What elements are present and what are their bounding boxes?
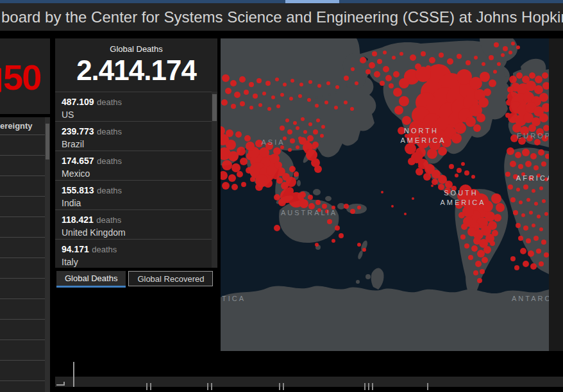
region-name: Mexico — [62, 168, 212, 179]
right-panel-edge — [549, 38, 563, 351]
cropped-digit-fragment — [0, 68, 1, 92]
svg-text:EUROP: EUROP — [517, 132, 549, 140]
global-deaths-total: 2.414.174 — [55, 54, 217, 86]
page-title: board by the Center for Systems Science … — [1, 3, 563, 31]
total-cases-panel: 50 — [0, 38, 50, 114]
left-panel-scrollbar-thumb[interactable] — [46, 124, 49, 159]
table-header-label: ereignty — [0, 121, 33, 131]
death-list: 487.109 deathsUS239.773 deathsBrazil174.… — [55, 92, 212, 268]
region-name: Brazil — [62, 139, 212, 149]
death-unit-label: deaths — [97, 156, 122, 166]
chart-tick-fragment — [146, 383, 147, 390]
chart-tick-fragment — [279, 383, 280, 390]
table-row[interactable] — [0, 361, 45, 381]
chart-tick-fragment — [283, 383, 284, 390]
death-unit-label: deaths — [92, 245, 117, 254]
tab-global-deaths[interactable]: Global Deaths — [56, 271, 126, 288]
death-count: 239.773 — [62, 126, 94, 136]
svg-text:ANTARC: ANTARC — [512, 295, 549, 302]
list-item[interactable]: 94.171 deathsItaly — [55, 240, 212, 268]
list-item[interactable]: 118.421 deathsUnited Kingdom — [55, 210, 212, 240]
world-map-canvas[interactable]: ASIAAUSTRALIANORTHAMERICAEUROPAFRICASOUT… — [221, 38, 549, 351]
chart-axis-fragment — [63, 382, 65, 386]
table-header: ereignty — [0, 117, 50, 135]
table-row[interactable] — [0, 340, 45, 361]
death-count: 155.813 — [62, 185, 94, 195]
chart-tick-fragment — [427, 383, 428, 390]
chart-tick-fragment — [207, 383, 208, 390]
region-name: United Kingdom — [62, 227, 212, 238]
death-unit-label: deaths — [96, 215, 121, 225]
world-map[interactable]: ASIAAUSTRALIANORTHAMERICAEUROPAFRICASOUT… — [221, 38, 549, 351]
death-count: 174.657 — [62, 156, 94, 166]
svg-text:SOUTH: SOUTH — [444, 189, 478, 197]
bottom-panel-edge — [55, 377, 563, 387]
list-item[interactable]: 487.109 deathsUS — [55, 92, 212, 122]
svg-text:AFRICA: AFRICA — [516, 174, 549, 182]
death-unit-label: deaths — [97, 186, 122, 195]
tab-global-recovered[interactable]: Global Recovered — [128, 271, 213, 286]
svg-text:AMERICA: AMERICA — [400, 136, 446, 144]
tab-bar: Global DeathsGlobal Recovered — [56, 271, 213, 288]
dashboard-viewport: board by the Center for Systems Science … — [0, 0, 563, 392]
total-cases-counter: 50 — [3, 56, 40, 98]
left-panel-scrollbar[interactable] — [45, 117, 50, 392]
table-row[interactable] — [0, 156, 45, 176]
list-item[interactable]: 174.657 deathsMexico — [55, 151, 212, 181]
death-unit-label: deaths — [97, 127, 122, 136]
global-deaths-panel: Global Deaths 2.414.174 487.109 deathsUS… — [55, 38, 217, 268]
region-name: US — [62, 110, 212, 120]
death-count: 94.171 — [62, 244, 89, 254]
svg-text:NORTH: NORTH — [404, 127, 439, 135]
sovereignty-table-panel: ereignty — [0, 117, 50, 392]
panel-title: Global Deaths — [55, 38, 217, 54]
death-count: 118.421 — [62, 215, 94, 225]
chart-tick-fragment — [364, 383, 366, 390]
region-name: India — [62, 198, 212, 208]
table-row[interactable] — [0, 258, 45, 279]
chart-tick-fragment — [211, 383, 212, 390]
chart-tick-fragment — [368, 383, 369, 390]
death-list-scrollbar-thumb[interactable] — [212, 94, 217, 121]
svg-text:AMERICA: AMERICA — [440, 199, 485, 206]
svg-text:AUSTRALIA: AUSTRALIA — [281, 209, 337, 216]
table-row[interactable] — [0, 279, 45, 299]
chart-tick-fragment — [150, 383, 151, 390]
table-row[interactable] — [0, 299, 45, 320]
table-row[interactable] — [0, 320, 45, 340]
table-row[interactable] — [0, 197, 45, 217]
table-row[interactable] — [0, 217, 45, 238]
svg-text:TICA: TICA — [222, 295, 246, 302]
table-row[interactable] — [0, 176, 45, 197]
death-count: 487.109 — [62, 97, 94, 107]
death-unit-label: deaths — [97, 97, 122, 107]
left-row-list — [0, 135, 45, 381]
chart-tick-fragment — [372, 383, 373, 390]
death-list-scrollbar[interactable] — [212, 92, 217, 268]
table-row[interactable] — [0, 135, 45, 156]
list-item[interactable]: 239.773 deathsBrazil — [55, 122, 212, 151]
svg-text:ASIA: ASIA — [261, 138, 285, 146]
table-row[interactable] — [0, 238, 45, 258]
chart-axis-fragment — [73, 362, 74, 387]
title-bar: board by the Center for Systems Science … — [0, 3, 563, 31]
region-name: Italy — [62, 257, 212, 267]
list-item[interactable]: 155.813 deathsIndia — [55, 181, 212, 210]
